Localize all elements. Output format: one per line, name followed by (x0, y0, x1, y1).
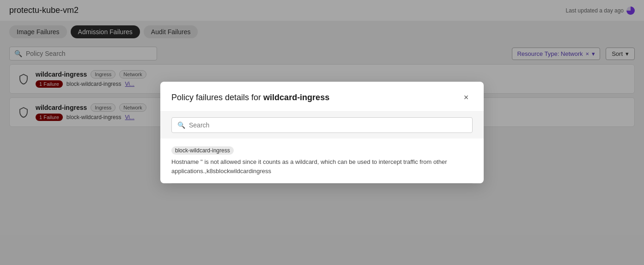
modal-search-box[interactable]: 🔍 (171, 117, 473, 133)
modal-title-prefix: Policy failures details for (171, 93, 261, 102)
failure-policy-name: block-wildcard-ingress (171, 146, 234, 155)
modal-header: Policy failures details for wildcard-ing… (160, 82, 484, 112)
modal-search-icon: 🔍 (177, 121, 185, 129)
modal-title: Policy failures details for wildcard-ing… (171, 93, 329, 102)
modal-search-area: 🔍 (160, 112, 484, 139)
modal-resource-name: wildcard-ingress (263, 93, 329, 102)
failure-item: block-wildcard-ingress Hostname '' is no… (171, 139, 473, 183)
modal: Policy failures details for wildcard-ing… (160, 82, 484, 183)
modal-body: block-wildcard-ingress Hostname '' is no… (160, 139, 484, 183)
failure-description: Hostname '' is not allowed since it coun… (171, 157, 473, 175)
modal-close-button[interactable]: × (460, 91, 473, 104)
modal-overlay[interactable]: Policy failures details for wildcard-ing… (0, 0, 644, 265)
modal-search-input[interactable] (189, 121, 467, 129)
